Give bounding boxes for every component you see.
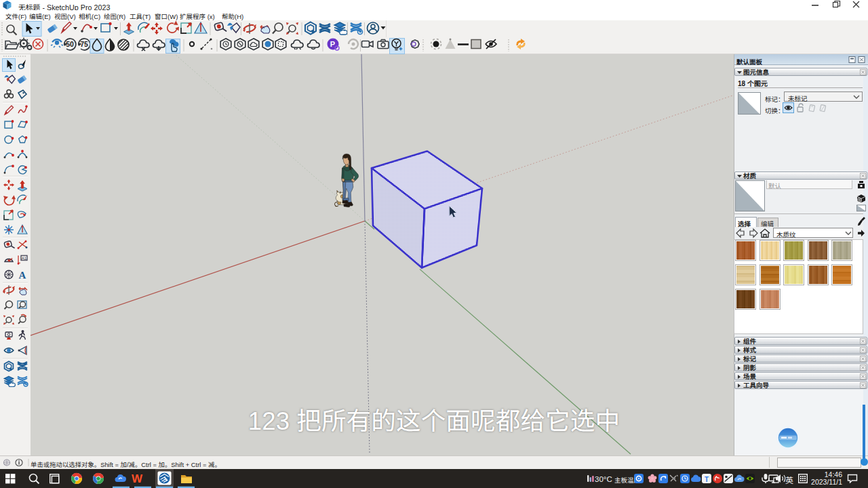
svg-text:W: W	[132, 472, 143, 485]
svg-text:30°C: 30°C	[595, 475, 612, 483]
svg-text:T: T	[705, 476, 709, 483]
